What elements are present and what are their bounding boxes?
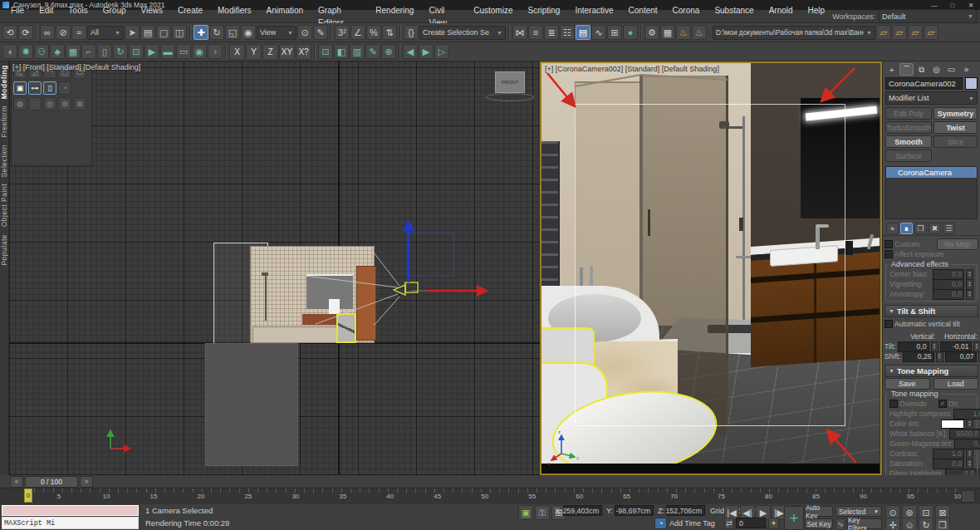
pinch-brush-icon[interactable]: ◎: [43, 97, 56, 110]
motion-icon[interactable]: ◎: [929, 63, 943, 76]
ruler-tick-50[interactable]: 50: [481, 493, 489, 500]
next-frame-button[interactable]: >: [80, 476, 93, 488]
isolate-next-icon[interactable]: ▶: [419, 44, 434, 59]
pan-icon[interactable]: ✢: [885, 518, 900, 530]
capsule-icon[interactable]: ▯: [97, 44, 112, 59]
annotate-icon[interactable]: ✎: [365, 44, 380, 59]
ribbon-tab-selection[interactable]: Selection: [0, 145, 8, 177]
show-end-result-icon[interactable]: ∎: [900, 223, 913, 234]
make-unique-icon[interactable]: ❐: [914, 223, 927, 234]
surface-button[interactable]: Surface: [885, 150, 932, 162]
play-preview-icon[interactable]: ▶: [145, 44, 159, 59]
hierarchy-icon[interactable]: ⧉: [914, 63, 929, 76]
crossing-selection-icon[interactable]: ◫: [172, 25, 187, 40]
ruler-tick-95[interactable]: 95: [906, 493, 914, 500]
selection-lock-icon[interactable]: ⚿: [535, 505, 550, 520]
render-production-icon[interactable]: ♨: [676, 25, 691, 40]
axis-x-button[interactable]: X: [229, 44, 245, 60]
isolate-selection-icon[interactable]: ▣: [518, 505, 533, 520]
filmic-highlights-field[interactable]: 0,0: [945, 469, 977, 476]
timeline-ruler[interactable]: 5101520253035404550556065707580859095100…: [0, 488, 980, 505]
curve-editor-icon[interactable]: ∿: [591, 25, 606, 40]
add-mode-icon[interactable]: ⊕: [381, 44, 396, 59]
reference-coordinate-dropdown[interactable]: View ▼: [257, 26, 296, 40]
maxscript-mini-listener[interactable]: MAXScript Mi: [2, 517, 139, 529]
ruler-tick-70[interactable]: 70: [670, 493, 679, 500]
select-object-icon[interactable]: ➤: [125, 25, 140, 40]
viewcube-compass[interactable]: [486, 93, 534, 101]
mirror-icon[interactable]: ⋈: [512, 25, 527, 40]
ribbon-tab-populate[interactable]: Populate: [0, 234, 8, 266]
unlink-selection-icon[interactable]: ⊘: [56, 25, 71, 40]
select-and-scale-icon[interactable]: ◱: [225, 25, 240, 40]
time-slider[interactable]: 0 / 100: [25, 476, 78, 488]
spinner-control[interactable]: ▲▼: [936, 351, 943, 362]
turbosmooth-button[interactable]: TurboSmooth: [885, 121, 932, 134]
ruler-tick-40[interactable]: 40: [386, 493, 394, 500]
spinner-control[interactable]: ▲▼: [966, 289, 973, 300]
ruler-tick-85[interactable]: 85: [812, 493, 821, 500]
use-pivot-point-center-icon[interactable]: ⊙: [297, 25, 312, 40]
percent-snap-toggle-icon[interactable]: %: [366, 25, 381, 40]
angle-snap-toggle-icon[interactable]: ∠: [350, 25, 365, 40]
tone-save-button[interactable]: Save: [884, 378, 930, 390]
axis-y-button[interactable]: Y: [246, 44, 262, 60]
configure-modifier-sets-icon[interactable]: ☰: [943, 223, 955, 234]
key-filters-button[interactable]: Key Filters...: [847, 518, 882, 529]
project-folder-new-icon[interactable]: ▱: [876, 25, 891, 40]
undo-icon[interactable]: ⟲: [2, 25, 17, 40]
new-key-tangent-icon[interactable]: ∿: [835, 518, 845, 530]
project-folder-save-icon[interactable]: ▱: [908, 25, 923, 40]
modify-icon[interactable]: ⌒: [899, 63, 914, 76]
stack-item-coronacamera[interactable]: CoronaCamera: [886, 167, 977, 178]
state-sets-icon[interactable]: ◧: [334, 44, 349, 59]
tilt-shift-rollout-header[interactable]: ▼ Tilt & Shift: [884, 305, 978, 317]
ruler-tick-45[interactable]: 45: [434, 493, 442, 500]
affect-exposure-checkbox[interactable]: [884, 250, 893, 258]
shift-horizontal-field[interactable]: 0,07: [945, 351, 977, 362]
ribbon-toggle-icon[interactable]: ▤: [576, 25, 590, 40]
pin-stack-icon[interactable]: ⌖: [886, 223, 899, 234]
render-elements-icon[interactable]: ⊡: [318, 44, 333, 59]
time-tag-icon[interactable]: ◔: [654, 518, 667, 529]
viewcube[interactable]: FRONT: [495, 71, 525, 93]
named-selection-sets-dropdown[interactable]: Create Selection Se ▼: [419, 26, 506, 40]
noise-brush-icon[interactable]: ⊛: [73, 97, 86, 110]
select-and-manipulate-icon[interactable]: ✎: [313, 25, 328, 40]
custom-checkbox[interactable]: [884, 240, 893, 248]
walk-through-icon[interactable]: ☺: [902, 518, 917, 530]
flatten-brush-icon[interactable]: ⊜: [58, 97, 71, 110]
slice-button[interactable]: Slice: [933, 135, 978, 148]
ruler-tick-30[interactable]: 30: [292, 493, 300, 500]
shade-selected-icon[interactable]: ▥: [350, 44, 365, 59]
previous-frame-button[interactable]: <: [10, 476, 23, 488]
ruler-tick-5[interactable]: 5: [55, 493, 63, 500]
ruler-tick-35[interactable]: 35: [339, 493, 347, 500]
scene-explorer-icon[interactable]: ☷: [560, 25, 575, 40]
set-key-button[interactable]: Set Key: [805, 518, 833, 529]
on-checkbox[interactable]: ✓: [938, 400, 947, 408]
ruler-tick-90[interactable]: 90: [859, 493, 867, 500]
select-and-move-icon[interactable]: ✚: [194, 25, 208, 40]
slice-mode-icon[interactable]: ▯: [43, 81, 56, 95]
ruler-tick-75[interactable]: 75: [718, 493, 726, 500]
maxscript-listener-input[interactable]: [2, 505, 139, 516]
axis-z-button[interactable]: Z: [262, 44, 278, 60]
foliage-icon[interactable]: ♣: [50, 44, 65, 59]
create-icon[interactable]: ＋: [884, 63, 899, 76]
ribbon-tab-freeform[interactable]: Freeform: [0, 106, 8, 137]
ruler-tick-20[interactable]: 20: [197, 493, 205, 500]
x-coordinate-field[interactable]: 259,403cm: [563, 505, 602, 516]
camera-viewport-label[interactable]: [+] [CoronaCamera002] [Standard] [Defaul…: [545, 65, 719, 73]
rectangular-selection-region-icon[interactable]: ▢: [156, 25, 171, 40]
frame-mode-icon[interactable]: ⇄: [724, 518, 734, 529]
smooth-button[interactable]: Smooth: [885, 135, 932, 148]
select-and-rotate-icon[interactable]: ↻: [209, 25, 224, 40]
ruler-tick-65[interactable]: 65: [623, 493, 631, 500]
shift-vertical-field[interactable]: 0,26: [903, 351, 934, 362]
sun-positioner-icon[interactable]: ✺: [18, 44, 33, 59]
tone-mapping-rollout-header[interactable]: ▼ Tone Mapping: [884, 365, 978, 377]
display-toggle-icon[interactable]: ▷: [434, 44, 449, 59]
weld-mode-icon[interactable]: ⊶: [28, 81, 42, 95]
select-by-name-icon[interactable]: ▤: [140, 25, 155, 40]
